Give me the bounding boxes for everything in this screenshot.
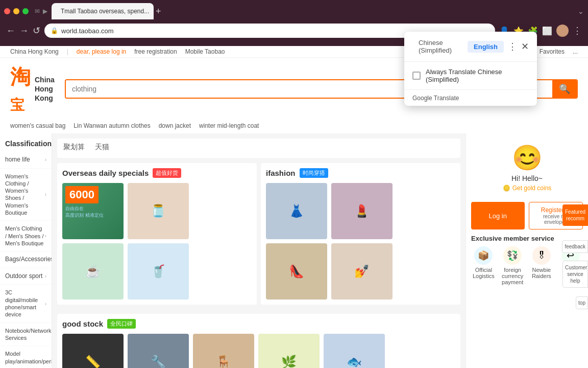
more-options-button[interactable]: ⋮: [573, 25, 582, 36]
tab-title: Tmall Taobao overseas, spend...: [61, 8, 149, 15]
login-link[interactable]: dear, please log in: [77, 48, 126, 55]
daily-header: Overseas daily specials 超值好货: [62, 168, 252, 178]
customer-service-sidebar[interactable]: Customer service help: [562, 261, 588, 288]
goodstock-card-1[interactable]: 📏: [62, 334, 124, 368]
gold-coins-link[interactable]: 🪙 Get gold coins: [471, 185, 583, 192]
ifashion-products: 👗 💄 👠 💅: [266, 183, 455, 300]
tab-bar: ✉ ▶ Tmall Taobao overseas, spend... ✕ + …: [0, 0, 588, 19]
logistics-icon: 📦: [474, 246, 493, 265]
ifashion-card-4[interactable]: 💅: [331, 243, 393, 300]
currency-label: foreign currency payment: [500, 267, 525, 285]
feedback-sidebar[interactable]: feedback: [562, 240, 588, 253]
sidebar-item-womens[interactable]: Women's Clothing / Women's Shoes / Women…: [0, 169, 52, 221]
region-selector[interactable]: China Hong Kong: [10, 48, 59, 55]
arrow-icon: ›: [45, 191, 46, 198]
ifashion-img-2: 💄: [331, 183, 393, 239]
logistics-label: Official Logistics: [471, 267, 496, 279]
goodstock-img-4: 🌿: [258, 334, 320, 368]
ifashion-card-1[interactable]: 👗: [266, 183, 327, 239]
welcome-section: 😊 Hi! Hello~ 🪙 Get gold coins: [471, 139, 583, 197]
mobile-link[interactable]: Mobile Taobao: [185, 48, 225, 55]
product-img-2: 🫙: [128, 183, 189, 239]
translate-lang-chinese[interactable]: Chinese (Simplified): [412, 37, 463, 56]
service-newbie[interactable]: 🎖 Newbie Raiders: [529, 246, 554, 285]
active-tab[interactable]: Tmall Taobao overseas, spend... ✕: [52, 3, 154, 19]
ifashion-badge: 时尚穿搭: [300, 168, 328, 178]
featured-sidebar[interactable]: Featured recomm: [562, 204, 588, 226]
tab-tmall[interactable]: 天猫: [95, 143, 109, 154]
suggestion-3[interactable]: down jacket: [159, 122, 191, 129]
ifashion-card-3[interactable]: 👠: [266, 243, 327, 300]
user-avatar[interactable]: [556, 25, 569, 37]
newbie-label: Newbie Raiders: [529, 267, 554, 279]
mascot-emoji: 😊: [471, 144, 583, 172]
translate-more-button[interactable]: ⋮: [508, 41, 517, 52]
translate-close-button[interactable]: ✕: [521, 41, 529, 52]
sidebar-item-3c[interactable]: 3C digital/mobile phone/smart device ›: [0, 285, 52, 323]
back-button[interactable]: ←: [6, 26, 15, 36]
more-link[interactable]: ...: [573, 48, 578, 55]
new-tab-button[interactable]: +: [156, 6, 161, 17]
product-text-1: 自由自在高度识别 精准定位: [65, 205, 120, 219]
suggestion-2[interactable]: Lin Wanwan autumn clothes: [74, 122, 150, 129]
logo-kong: Kong: [35, 94, 55, 103]
product-card-2[interactable]: 🫙: [128, 183, 189, 239]
ifashion-header: ifashion 时尚穿搭: [266, 168, 455, 178]
media-icon[interactable]: ▶: [43, 8, 47, 15]
ifashion-img-1: 👗: [266, 183, 327, 239]
goodstock-img-2: 🔧: [128, 334, 189, 368]
product-card-1[interactable]: 6000 自由自在高度识别 精准定位: [62, 183, 124, 239]
sidebar-item-bags[interactable]: Bags/Accessories ›: [0, 251, 52, 268]
product-card-4[interactable]: 🥤: [128, 243, 189, 300]
register-link[interactable]: free registration: [134, 48, 177, 55]
sidebar-item-outdoor[interactable]: Outdoor sport ›: [0, 268, 52, 285]
tab-close-button[interactable]: ✕: [153, 8, 154, 15]
url-text: world.taobao.com: [61, 27, 114, 35]
product-img-4: 🥤: [128, 243, 189, 300]
minimize-window[interactable]: [13, 8, 19, 14]
arrow-icon: ›: [45, 273, 46, 280]
gmail-icon[interactable]: ✉: [35, 8, 40, 15]
logo-icon: 淘宝: [10, 63, 31, 115]
top-sidebar[interactable]: top: [576, 296, 588, 309]
content-area: 聚划算 天猫 Overseas daily specials 超值好货 6000…: [52, 133, 465, 368]
login-button[interactable]: Log in: [471, 202, 525, 229]
content-tabs: 聚划算 天猫: [57, 139, 460, 158]
newbie-icon: 🎖: [532, 246, 551, 265]
translate-lang-english[interactable]: English: [468, 41, 504, 53]
sidebar-item-notebook[interactable]: Notebook/Network Services ›: [0, 323, 52, 347]
sidebar-item-mens[interactable]: Men's Clothing / Men's Shoes / Men's Bou…: [0, 221, 52, 251]
close-window[interactable]: [4, 8, 10, 14]
goodstock-card-5[interactable]: 🐟: [324, 334, 385, 368]
arrow-icon: ›: [45, 301, 46, 307]
ifashion-card-2[interactable]: 💄: [331, 183, 393, 239]
sidebar-item-model[interactable]: Model play/animation/peripheral ›: [0, 346, 52, 368]
lock-icon: 🔒: [51, 27, 58, 34]
search-button[interactable]: 🔍: [552, 80, 577, 98]
goodstock-card-3[interactable]: 🪑: [193, 334, 254, 368]
goodstock-card-4[interactable]: 🌿: [258, 334, 320, 368]
translate-popup: Chinese (Simplified) English ⋮ ✕ Always …: [404, 32, 537, 106]
forward-button[interactable]: →: [19, 26, 29, 36]
translate-checkbox[interactable]: [412, 72, 421, 80]
service-logistics[interactable]: 📦 Official Logistics: [471, 246, 496, 285]
product-card-3[interactable]: ☕: [62, 243, 124, 300]
logo-hong: Hong: [35, 84, 55, 94]
suggestion-4[interactable]: winter mid-length coat: [199, 122, 259, 129]
service-currency[interactable]: 💱 foreign currency payment: [500, 246, 525, 285]
sidebar-toggle[interactable]: ⬜: [542, 26, 552, 36]
tab-overflow[interactable]: ⌄: [578, 7, 584, 15]
translate-option[interactable]: Always Translate Chinese (Simplified): [404, 62, 537, 89]
maximize-window[interactable]: [22, 8, 29, 14]
product-img-3: ☕: [62, 243, 124, 300]
goodstock-card-2[interactable]: 🔧: [128, 334, 189, 368]
goodstock-header: good stock 全民口碑: [62, 319, 455, 329]
suggestion-1[interactable]: women's casual bag: [10, 122, 65, 129]
hello-text: Hi! Hello~: [471, 174, 583, 182]
reload-button[interactable]: ↺: [33, 25, 40, 36]
tab-juhusuan[interactable]: 聚划算: [63, 143, 85, 154]
ifashion-img-3: 👠: [266, 243, 327, 300]
currency-icon: 💱: [503, 246, 522, 265]
sidebar-item-home[interactable]: home life ›: [0, 152, 52, 169]
arrow-icon: ›: [45, 233, 46, 239]
